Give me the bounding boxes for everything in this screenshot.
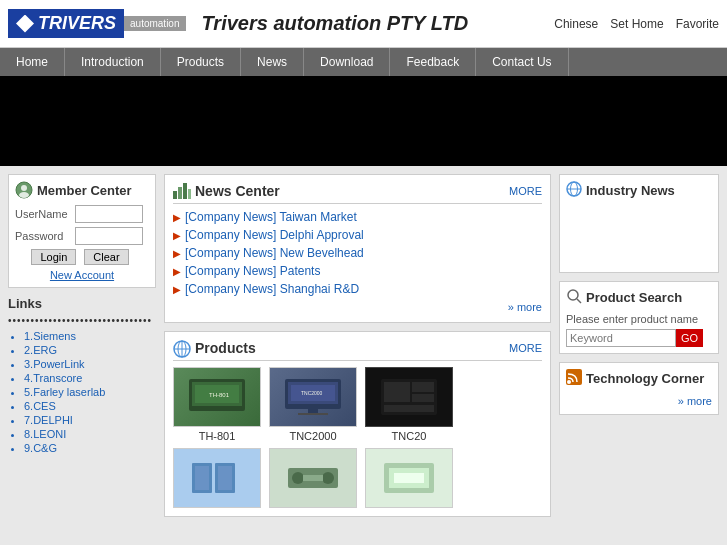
product-image-1: TH-801 [173, 367, 261, 427]
news-arrow-icon: ▶ [173, 248, 181, 259]
favorite-link[interactable]: Favorite [676, 17, 719, 31]
products-header: Products MORE [173, 340, 542, 361]
svg-line-41 [577, 299, 581, 303]
link-item[interactable]: 7.DELPHI [24, 414, 156, 426]
password-label: Password [15, 230, 75, 242]
news-more-link[interactable]: MORE [509, 185, 542, 197]
link-item[interactable]: 5.Farley laserlab [24, 386, 156, 398]
svg-rect-25 [384, 405, 434, 412]
svg-point-2 [19, 192, 29, 198]
svg-rect-23 [412, 382, 434, 392]
news-text[interactable]: [Company News] New Bevelhead [185, 246, 364, 260]
link-item[interactable]: 4.Transcore [24, 372, 156, 384]
nav-news[interactable]: News [241, 48, 304, 76]
products-globe-icon [173, 340, 191, 356]
tech-corner-panel: Technology Corner » more [559, 362, 719, 415]
search-icon [566, 288, 582, 307]
chinese-link[interactable]: Chinese [554, 17, 598, 31]
nav-introduction[interactable]: Introduction [65, 48, 161, 76]
svg-rect-3 [173, 191, 177, 199]
main-content: Member Center UserName Password Login Cl… [0, 166, 727, 533]
product-image-5 [269, 448, 357, 508]
top-links: Chinese Set Home Favorite [554, 17, 719, 31]
news-item-5: ▶ [Company News] Shanghai R&D [173, 282, 542, 296]
products-title: Products [173, 340, 509, 356]
news-center-panel: News Center MORE ▶ [Company News] Taiwan… [164, 174, 551, 323]
svg-rect-4 [178, 187, 182, 199]
search-input[interactable] [566, 329, 676, 347]
product-item-3: TNC20 [365, 367, 453, 442]
news-arrow-icon: ▶ [173, 284, 181, 295]
links-section: Links •••••••••••••••••••••••••••••••• 1… [8, 296, 156, 454]
news-header: News Center MORE [173, 183, 542, 204]
product-item-5 [269, 448, 357, 508]
logo-box: TRIVERS [8, 9, 124, 38]
link-item[interactable]: 2.ERG [24, 344, 156, 356]
product-item-4 [173, 448, 261, 508]
news-more-btn[interactable]: » more [508, 301, 542, 313]
logo-automation: automation [124, 16, 185, 31]
product-label-2: TNC2000 [269, 430, 357, 442]
svg-rect-29 [218, 466, 232, 490]
site-title: Trivers automation PTY LTD [202, 12, 555, 35]
product-item-6 [365, 448, 453, 508]
products-row2 [173, 448, 542, 508]
news-text[interactable]: [Company News] Shanghai R&D [185, 282, 359, 296]
search-label: Please enter product name [566, 313, 712, 325]
tech-corner-title: Technology Corner [566, 369, 712, 388]
news-text[interactable]: [Company News] Patents [185, 264, 320, 278]
link-item[interactable]: 8.LEONI [24, 428, 156, 440]
industry-globe-icon [566, 181, 582, 200]
news-item-1: ▶ [Company News] Taiwan Market [173, 210, 542, 224]
nav-contact-us[interactable]: Contact Us [476, 48, 568, 76]
link-item[interactable]: 6.CES [24, 400, 156, 412]
news-text[interactable]: [Company News] Taiwan Market [185, 210, 357, 224]
left-column: Member Center UserName Password Login Cl… [8, 174, 156, 525]
news-item-2: ▶ [Company News] Delphi Approval [173, 228, 542, 242]
link-item[interactable]: 9.C&G [24, 442, 156, 454]
news-more-bottom: » more [173, 300, 542, 314]
member-center-panel: Member Center UserName Password Login Cl… [8, 174, 156, 288]
logo-text: TRIVERS [38, 13, 116, 34]
svg-rect-22 [384, 382, 410, 402]
svg-point-31 [292, 472, 304, 484]
svg-point-43 [567, 380, 571, 384]
banner [0, 76, 727, 166]
new-account-link[interactable]: New Account [15, 269, 149, 281]
bar-chart-icon [173, 183, 191, 199]
logo-diamond-icon [16, 15, 34, 33]
login-button[interactable]: Login [31, 249, 76, 265]
link-item[interactable]: 1.Siemens [24, 330, 156, 342]
nav-home[interactable]: Home [0, 48, 65, 76]
svg-rect-5 [183, 183, 187, 199]
link-item[interactable]: 3.PowerLink [24, 358, 156, 370]
product-image-4 [173, 448, 261, 508]
product-image-3 [365, 367, 453, 427]
logo-area: TRIVERS automation [8, 9, 186, 38]
rss-icon [566, 369, 582, 388]
products-grid: TH-801 TH-801 TNC2000 [173, 367, 542, 442]
set-home-link[interactable]: Set Home [610, 17, 663, 31]
svg-text:TNC2000: TNC2000 [301, 390, 323, 396]
nav-download[interactable]: Download [304, 48, 390, 76]
svg-text:TH-801: TH-801 [209, 392, 230, 398]
svg-rect-28 [195, 466, 209, 490]
tech-more-btn[interactable]: » more [678, 395, 712, 407]
news-arrow-icon: ▶ [173, 230, 181, 241]
search-go-button[interactable]: GO [676, 329, 703, 347]
product-label-3: TNC20 [365, 430, 453, 442]
news-arrow-icon: ▶ [173, 266, 181, 277]
product-item-2: TNC2000 TNC2000 [269, 367, 357, 442]
nav-products[interactable]: Products [161, 48, 241, 76]
username-input[interactable] [75, 205, 143, 223]
clear-button[interactable]: Clear [84, 249, 128, 265]
header: TRIVERS automation Trivers automation PT… [0, 0, 727, 48]
industry-news-title: Industry News [566, 181, 712, 200]
search-row: GO [566, 329, 712, 347]
nav-feedback[interactable]: Feedback [390, 48, 476, 76]
products-more-link[interactable]: MORE [509, 342, 542, 354]
news-item-4: ▶ [Company News] Patents [173, 264, 542, 278]
news-text[interactable]: [Company News] Delphi Approval [185, 228, 364, 242]
product-image-6 [365, 448, 453, 508]
password-input[interactable] [75, 227, 143, 245]
